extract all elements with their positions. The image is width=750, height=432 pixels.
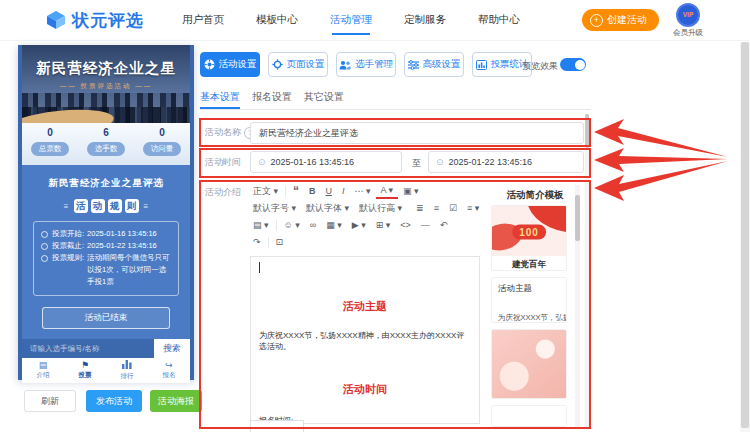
page-settings-button[interactable]: 页面设置	[268, 52, 328, 77]
table-dropdown[interactable]: ⊞ ▾	[371, 217, 396, 234]
sliders-icon	[408, 60, 419, 70]
form-scrollbar[interactable]	[585, 114, 589, 428]
nav-item-custom[interactable]: 定制服务	[404, 7, 446, 33]
activity-poster-button[interactable]: 活动海报	[150, 390, 202, 412]
vip-badge-icon: VIP	[676, 3, 700, 27]
start-time-input[interactable]: ⊙ 2025-01-16 13:45:16	[250, 151, 402, 173]
align-dropdown[interactable]: ≡ ▾	[462, 200, 484, 217]
bottom-nav-ranking[interactable]: 排行	[106, 358, 148, 383]
divider-icon[interactable]: —	[416, 217, 435, 234]
tab-other-settings[interactable]: 其它设置	[304, 90, 344, 104]
vip-upgrade[interactable]: VIP 会员升级	[673, 3, 703, 38]
checklist-icon[interactable]: ☑	[444, 200, 462, 217]
rule-deco-left: ≡	[64, 202, 69, 211]
end-time-input[interactable]: ⊙ 2025-01-22 13:45:16	[428, 151, 584, 173]
activity-settings-button[interactable]: 活动设置	[200, 52, 260, 77]
scrollbar-thumb[interactable]	[575, 195, 580, 241]
content-heading-time: 活动时间	[259, 382, 471, 397]
template-card-pink[interactable]	[491, 329, 567, 399]
scrollbar-thumb[interactable]	[585, 114, 589, 148]
ordered-list-icon[interactable]: ≣	[411, 200, 429, 217]
start-time-value: 2025-01-16 13:45:16	[271, 157, 355, 167]
image-dropdown[interactable]: ▦ ▾	[321, 217, 347, 234]
gear-icon	[272, 59, 283, 70]
activity-name-label: 活动名称	[205, 126, 241, 139]
fullscreen-icon[interactable]: ⊡	[271, 234, 289, 251]
nav-item-home[interactable]: 用户首页	[182, 7, 224, 33]
indent-dropdown[interactable]: ▤ ▾	[248, 217, 274, 234]
tab-signup-settings[interactable]: 报名设置	[252, 90, 292, 104]
bottom-nav-intro[interactable]: ▤ 介绍	[22, 358, 64, 383]
advanced-settings-button[interactable]: 高级设置	[404, 52, 464, 77]
activity-preview-card: 新民营经济企业之星 —— 投票评选活动 —— 0 总票数 6 选手数 0 访问量…	[18, 45, 194, 380]
code-icon[interactable]: <>	[395, 217, 416, 234]
refresh-button[interactable]: 刷新	[24, 390, 76, 412]
bottom-nav-signup[interactable]: ↪ 报名	[148, 358, 190, 383]
gear-icon	[204, 59, 215, 70]
bold-icon[interactable]: B	[304, 183, 321, 200]
activity-ended-button[interactable]: 活动已结束	[42, 307, 170, 329]
rule-char: 动	[91, 199, 105, 213]
activity-intro-label-row: 活动介绍	[205, 186, 241, 199]
quote-icon[interactable]: “	[288, 183, 304, 200]
preview-toggle[interactable]	[560, 58, 586, 71]
template-card-party[interactable]: 100 建党百年	[491, 205, 567, 271]
underline-icon[interactable]: U	[321, 183, 338, 200]
editor-toolbar-row4: ↷ ⊡	[248, 234, 484, 251]
font-family-dropdown[interactable]: 默认字体 ▾	[301, 200, 354, 217]
rule-badge: ≡ 活 动 规 则 ≡	[22, 199, 190, 213]
more-formats-dropdown[interactable]: ⋯ ▾	[350, 183, 376, 200]
stat-value: 0	[159, 127, 165, 138]
contestant-search-input[interactable]: 请输入选手编号/名称	[22, 339, 154, 358]
info-value: 活动期间每个微信号只可以投1次，可以对同一选手投1票	[87, 252, 171, 288]
logo[interactable]: 状元评选	[46, 9, 144, 32]
toolbar-button-label: 选手管理	[355, 58, 393, 71]
template-panel-scrollbar[interactable]	[575, 185, 580, 427]
stats-bar: 0 总票数 6 选手数 0 访问量	[22, 123, 190, 165]
nav-item-activities[interactable]: 活动管理	[330, 7, 372, 33]
editor-content[interactable]: 活动主题 为庆祝XXXX节，弘扬XXXX精神，由XXXX主办的XXXX评选活动。…	[250, 256, 480, 424]
line-height-dropdown[interactable]: 默认行高 ▾	[354, 200, 407, 217]
nav-item-help[interactable]: 帮助中心	[478, 7, 520, 33]
font-size-dropdown[interactable]: 默认字号 ▾	[248, 200, 301, 217]
annotation-arrows	[592, 108, 740, 208]
nav-item-templates[interactable]: 模板中心	[256, 7, 298, 33]
tab-divider	[200, 109, 591, 110]
link-icon[interactable]: ∞	[305, 217, 321, 234]
bullet-list-icon[interactable]: ≡	[429, 200, 444, 217]
italic-icon[interactable]: I	[337, 183, 350, 200]
content-paragraph: 为庆祝XXXX节，弘扬XXXX精神，由XXXX主办的XXXX评选活动。	[259, 330, 471, 352]
logo-text: 状元评选	[72, 9, 144, 32]
emoji-dropdown[interactable]: ☺ ▾	[279, 217, 305, 234]
text-cursor	[259, 262, 260, 273]
bottom-nav-label: 介绍	[37, 371, 50, 380]
create-activity-button[interactable]: + 创建活动	[582, 9, 659, 31]
create-activity-label: 创建活动	[607, 13, 647, 27]
redo-icon[interactable]: ↷	[248, 234, 266, 251]
template-image-pink	[492, 330, 566, 398]
template-panel-title: 活动简介模板	[488, 189, 582, 202]
paragraph-style-dropdown[interactable]: 正文 ▾	[248, 183, 283, 200]
page-scrollbar[interactable]	[740, 42, 750, 432]
rule-char: 活	[74, 199, 88, 213]
bottom-nav-vote[interactable]: ⚑ 投票	[64, 358, 106, 383]
intro-template-panel: 活动简介模板 100 建党百年 活动主题 为庆祝XXXX节，弘扬	[488, 183, 582, 429]
template-card-partial[interactable]	[491, 405, 567, 427]
tab-basic-settings[interactable]: 基本设置	[200, 90, 240, 104]
highlight-color-dropdown[interactable]: ▣ ▾	[398, 183, 424, 200]
template-image-red: 100	[492, 206, 566, 256]
activity-name-input[interactable]	[251, 128, 583, 138]
publish-activity-button[interactable]: 发布活动	[86, 390, 142, 412]
scrollbar-thumb[interactable]	[741, 42, 749, 428]
stat-value: 6	[103, 127, 109, 138]
template-card-text[interactable]: 活动主题 为庆祝XXXX节，弘扬	[491, 277, 567, 323]
activity-time-label-row: 活动时间	[205, 156, 241, 169]
bottom-nav-label: 排行	[121, 372, 134, 381]
undo-icon[interactable]: ↶	[435, 217, 453, 234]
contestant-management-button[interactable]: 选手管理	[336, 52, 396, 77]
main-nav: 用户首页 模板中心 活动管理 定制服务 帮助中心	[166, 7, 536, 33]
contestant-search-button[interactable]: 搜索	[154, 339, 190, 358]
editor-toolbar-row3: ▤ ▾ ☺ ▾ ∞ ▦ ▾ ▶ ▾ ⊞ ▾ <> — ↶	[248, 217, 484, 234]
font-color-dropdown[interactable]: A ▾	[376, 184, 399, 199]
video-dropdown[interactable]: ▶ ▾	[347, 217, 371, 234]
